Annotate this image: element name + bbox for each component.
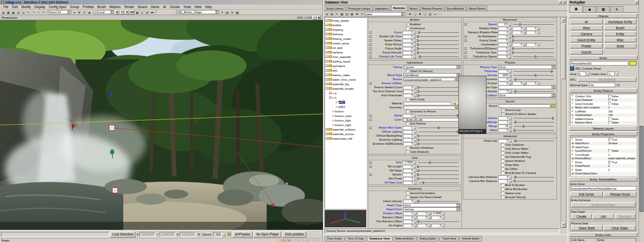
viewport-expand-icon[interactable]: ▣ xyxy=(317,16,321,20)
property-countscale[interactable]: nCountScale1 xyxy=(571,153,636,157)
spinner-buttons[interactable] xyxy=(509,23,511,26)
checkbox-anim-cycle[interactable] xyxy=(406,98,409,101)
spinner-buttons[interactable] xyxy=(537,82,540,85)
slider-thumb[interactable] xyxy=(514,129,515,132)
entity-properties-header[interactable]: Entity Properties xyxy=(569,132,637,136)
checkbox-only-under-water[interactable] xyxy=(501,151,504,154)
particle-entity-icon-2[interactable]: ✳ xyxy=(112,188,118,193)
value-input[interactable]: 0 xyxy=(526,43,537,46)
dropdown[interactable]: None▼ xyxy=(499,65,555,69)
create-button[interactable]: Create xyxy=(571,214,592,219)
checkbox-bind-to-emitter[interactable] xyxy=(501,184,504,187)
value-input[interactable]: 1 xyxy=(403,55,414,58)
spinner-buttons[interactable] xyxy=(509,125,512,128)
level-dropdown[interactable]: AB2_Before_Village▼ xyxy=(176,10,219,14)
spinner-buttons[interactable] xyxy=(414,212,417,215)
select-area-icon[interactable]: ▢ xyxy=(92,10,97,15)
spinner-buttons[interactable] xyxy=(414,224,417,227)
property-value[interactable]: ✓True xyxy=(608,161,636,164)
terrain-tool-icon[interactable]: ▦ xyxy=(235,10,239,15)
tree-item-oil-tank[interactable]: +oil_tank xyxy=(326,45,366,50)
ai-physics-button[interactable]: AI/Physics xyxy=(232,231,253,237)
slider-thumb[interactable] xyxy=(515,90,516,93)
dropdown[interactable]: ▼ xyxy=(499,85,555,89)
property-prime[interactable]: ?Prime✓True xyxy=(571,160,636,164)
value-input[interactable]: -0.9499 xyxy=(431,212,442,215)
save-icon[interactable]: ▦ xyxy=(6,10,11,15)
spinner-buttons[interactable] xyxy=(414,161,416,164)
expand-param-button[interactable]: + xyxy=(369,47,372,50)
slider-thumb[interactable] xyxy=(515,140,516,142)
objects-rollup-header[interactable]: Objects xyxy=(569,14,637,18)
checkbox-no-offset[interactable] xyxy=(501,167,504,170)
window-titlebar[interactable]: village.cry - Sandbox 2 (tm) (x64 Editio… xyxy=(0,0,323,5)
dropdown-arrow-icon[interactable]: ▼ xyxy=(456,66,460,69)
tree-item-water-from-rocks[interactable]: +water_from_rocks xyxy=(326,77,366,82)
property-viewdistratio[interactable]: nViewDistRatio100 xyxy=(571,113,636,117)
section-header[interactable]: Spawning xyxy=(368,187,461,191)
expand-param-button[interactable]: + xyxy=(369,43,372,46)
value-input[interactable]: 0 xyxy=(403,86,414,89)
spinner-buttons[interactable] xyxy=(442,228,445,228)
tree-expand-icon[interactable]: + xyxy=(326,55,328,58)
checkbox-space-loop[interactable] xyxy=(501,192,504,195)
axis-button-xy[interactable]: XY xyxy=(130,10,134,15)
value-slider[interactable] xyxy=(419,169,459,172)
tree-item-flowing-ocean[interactable]: +flowing_ocean xyxy=(326,36,366,41)
property-value[interactable]: False xyxy=(608,102,636,105)
property-checkbox[interactable]: ✓ xyxy=(608,161,611,164)
helper-size-field[interactable]: 1 xyxy=(608,72,615,76)
value-input[interactable]: 0 xyxy=(417,228,428,228)
bottom-tab-dialog-editor[interactable]: Dialog Editor xyxy=(417,236,439,241)
value-slider[interactable] xyxy=(513,47,554,50)
spinner-buttons[interactable] xyxy=(523,27,526,30)
rotate-icon[interactable]: ⟲ xyxy=(82,10,87,15)
section-header[interactable]: Appearance xyxy=(368,60,461,65)
menu-game[interactable]: Game xyxy=(149,5,162,9)
property-lodratio[interactable]: nLodRatio100 xyxy=(571,109,636,113)
dropdown[interactable]: Camera▼ xyxy=(404,65,460,69)
value-input[interactable]: 0 xyxy=(526,82,537,85)
checkbox-bind-emitter-to-camera[interactable] xyxy=(501,171,504,174)
spinner-buttons[interactable] xyxy=(509,90,512,93)
bottom-tab-time-of-day[interactable]: Time Of Day xyxy=(345,236,366,241)
menu-prefabs[interactable]: Prefabs xyxy=(81,5,96,9)
value-input[interactable]: 0 xyxy=(498,82,509,85)
expand-param-button[interactable]: + xyxy=(369,118,372,121)
minimal-spec-arrow-icon[interactable]: ▼ xyxy=(616,84,620,87)
value-input[interactable]: 0 xyxy=(498,90,509,93)
tree-item-bottom-cave[interactable]: ✳bottom_cave xyxy=(326,113,366,118)
checkbox-sound-on-every-spawn[interactable]: ✓ xyxy=(501,112,504,115)
tree-item-waterfall-big[interactable]: +waterfall_big xyxy=(326,82,366,86)
color-value[interactable]: 255,255,255 xyxy=(408,118,460,122)
expand-param-button[interactable]: + xyxy=(369,165,372,168)
lock-selection-button[interactable]: Lock Selection xyxy=(110,231,135,237)
rollupbar-scrollbar[interactable] xyxy=(638,0,644,242)
follow-terrain-icon[interactable]: ▦ xyxy=(135,10,139,15)
no-sync-player-button[interactable]: No Sync Player xyxy=(254,231,281,237)
slider-thumb[interactable] xyxy=(418,143,419,145)
dropdown-arrow-icon[interactable]: ▼ xyxy=(456,204,460,207)
value-input[interactable]: 0 xyxy=(403,94,414,97)
tree-item-bottom-light[interactable]: ✳bottom_light xyxy=(326,118,366,123)
tree-item-firehose[interactable]: +firehose xyxy=(326,32,366,36)
reload-script-button[interactable]: Reload Script xyxy=(604,192,636,197)
expand-param-button[interactable]: + xyxy=(369,161,372,164)
value-slider[interactable] xyxy=(418,47,459,50)
spinner-buttons[interactable] xyxy=(428,212,431,215)
checkbox-sound-loop[interactable]: ✓ xyxy=(501,108,504,111)
checkbox-ignore-attractor[interactable] xyxy=(501,159,504,162)
property-value[interactable]: False xyxy=(608,117,636,120)
value-input[interactable]: 0 xyxy=(403,35,414,38)
value-input[interactable]: 1.7569 xyxy=(403,161,414,164)
value-slider[interactable] xyxy=(418,126,459,130)
value-input[interactable]: 0 xyxy=(526,31,537,34)
menu-config-spec[interactable]: Config Spec xyxy=(47,5,68,9)
spinner-buttons[interactable] xyxy=(509,43,512,46)
value-slider[interactable] xyxy=(419,130,459,134)
tree-expand-icon[interactable]: + xyxy=(326,28,328,31)
preview-icon[interactable]: ▣ xyxy=(350,12,354,16)
slider-thumb[interactable] xyxy=(519,23,521,26)
value-slider[interactable] xyxy=(514,70,554,73)
slider-thumb[interactable] xyxy=(515,176,516,178)
